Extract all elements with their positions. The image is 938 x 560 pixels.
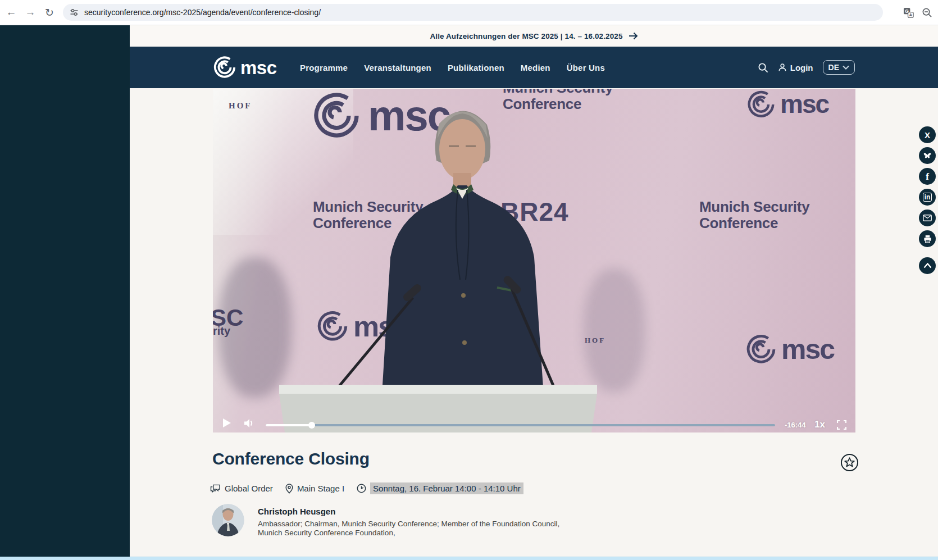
print-button[interactable]	[919, 230, 936, 247]
email-icon	[923, 215, 932, 221]
url-text: securityconference.org/msc-2025/agenda/e…	[84, 8, 321, 17]
event-time-label: Sonntag, 16. Februar 14:00 - 14:10 Uhr	[370, 482, 523, 494]
speaker-card[interactable]: Christoph Heusgen Ambassador; Chairman, …	[212, 504, 559, 538]
share-x-button[interactable]: X	[919, 126, 936, 143]
bottom-scroll-strip[interactable]	[0, 557, 938, 560]
back-icon[interactable]: ←	[3, 4, 19, 20]
print-icon	[923, 235, 932, 243]
favorite-star-button[interactable]	[840, 453, 859, 472]
seek-bar[interactable]	[266, 424, 775, 426]
play-button[interactable]	[222, 418, 231, 428]
event-topic-label: Global Order	[225, 484, 273, 493]
arrow-right-icon	[629, 32, 638, 40]
nav-item-veranstaltungen[interactable]: Veranstaltungen	[364, 63, 431, 72]
speaker-role-line-1: Ambassador; Chairman, Munich Security Co…	[258, 520, 559, 529]
msc-logo-mark	[213, 56, 236, 79]
left-sidebar	[0, 25, 130, 557]
chevron-up-icon	[923, 263, 932, 268]
seek-progress[interactable]	[266, 424, 312, 426]
chat-icon	[210, 484, 221, 493]
nav-item-medien[interactable]: Medien	[521, 63, 550, 72]
remaining-time: -16:44	[785, 421, 806, 429]
search-icon[interactable]	[758, 62, 768, 73]
login-button[interactable]: Login	[778, 63, 813, 72]
share-facebook-button[interactable]: f	[919, 168, 936, 185]
x-icon: X	[925, 131, 930, 139]
share-bluesky-button[interactable]	[919, 147, 936, 164]
site-info-icon[interactable]	[70, 8, 79, 17]
recordings-banner[interactable]: Alle Aufzeichnungen der MSC 2025 | 14. –…	[130, 25, 938, 47]
chevron-down-icon	[843, 65, 849, 70]
event-time: Sonntag, 16. Februar 14:00 - 14:10 Uhr	[357, 482, 523, 494]
msc-logo[interactable]: msc	[213, 47, 277, 88]
svg-text:A: A	[909, 12, 913, 17]
user-icon	[778, 63, 787, 72]
nav-item-ueber-uns[interactable]: Über Uns	[567, 63, 605, 72]
banner-label: Alle Aufzeichnungen der MSC 2025 | 14. –…	[430, 32, 622, 40]
msc-logo-text: msc	[240, 58, 277, 77]
language-selector[interactable]: DE	[823, 60, 855, 75]
clock-icon	[357, 484, 366, 493]
event-location[interactable]: Main Stage I	[285, 484, 344, 494]
language-value: DE	[828, 63, 839, 72]
bluesky-icon	[923, 152, 932, 160]
speaker-role-line-2: Munich Security Conference Foundation,	[258, 529, 559, 538]
reload-icon[interactable]: ↻	[42, 4, 57, 20]
share-email-button[interactable]	[919, 210, 936, 226]
event-meta-row: Global Order Main Stage I Sonntag, 16. F…	[210, 482, 523, 494]
nav-item-publikationen[interactable]: Publikationen	[448, 63, 504, 72]
browser-toolbar: ← → ↻ securityconference.org/msc-2025/ag…	[0, 0, 938, 25]
facebook-icon: f	[926, 172, 929, 181]
speaker-name[interactable]: Christoph Heusgen	[258, 507, 559, 516]
translate-icon[interactable]: G A	[903, 7, 914, 18]
forward-icon[interactable]: →	[22, 4, 38, 20]
nav-item-programme[interactable]: Programme	[300, 63, 348, 72]
share-rail: X f in	[919, 126, 936, 274]
scroll-to-top-button[interactable]	[919, 257, 936, 274]
address-bar[interactable]: securityconference.org/msc-2025/agenda/e…	[63, 4, 883, 21]
linkedin-icon: in	[923, 193, 932, 202]
volume-button[interactable]	[244, 418, 254, 428]
event-topic[interactable]: Global Order	[210, 484, 273, 493]
video-player[interactable]: HOF msc Munich Security Conference msc M…	[213, 89, 855, 432]
login-label: Login	[790, 63, 813, 72]
speaker-at-podium	[213, 89, 855, 432]
location-pin-icon	[285, 484, 293, 494]
main-menu: Programme Veranstaltungen Publikationen …	[300, 47, 605, 88]
playback-rate-button[interactable]: 1x	[814, 419, 825, 430]
speaker-avatar	[212, 504, 244, 536]
share-linkedin-button[interactable]: in	[919, 189, 936, 206]
page-title: Conference Closing	[212, 449, 370, 468]
site-header: msc Programme Veranstaltungen Publikatio…	[130, 47, 938, 88]
fullscreen-button[interactable]	[837, 420, 846, 430]
zoom-page-icon[interactable]	[922, 7, 932, 18]
event-location-label: Main Stage I	[297, 484, 344, 493]
